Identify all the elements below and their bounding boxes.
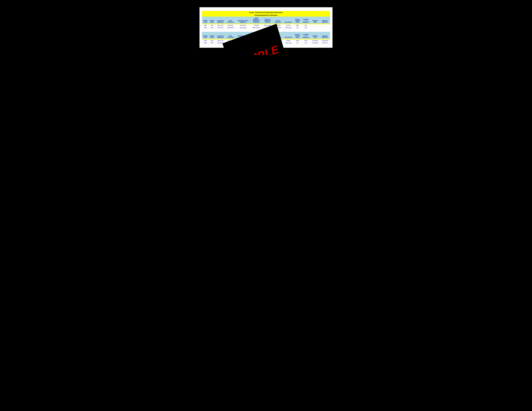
table-cell: Room 212 bbox=[216, 39, 226, 42]
table-cell: $ 275.00 bbox=[320, 42, 330, 44]
table-cell: 6/13/2018 bbox=[311, 39, 320, 42]
s2-col-disposal-price: DisposalSale Price bbox=[320, 32, 330, 39]
table-cell: 8/11/2014 bbox=[226, 24, 236, 27]
table-wrapper: Career, Technical and Agricultural Educa… bbox=[202, 11, 330, 44]
table-cell: CRE Grant bbox=[283, 42, 294, 44]
column-headers: FacilityCode FacilityName Location ofEqu… bbox=[202, 17, 330, 24]
table-cell: RHS bbox=[209, 42, 216, 44]
page: Career, Technical and Agricultural Educa… bbox=[200, 7, 332, 48]
table-cell: RHS bbox=[209, 27, 216, 29]
table-cell bbox=[320, 27, 330, 29]
col-vendor: Source ofEquipment(Vendor) bbox=[262, 17, 273, 24]
s2-col-disposal-date: DisposalDate bbox=[311, 32, 320, 39]
s2-col-facility-name: FacilityName bbox=[209, 32, 216, 39]
s2-col-date: DatePurchased bbox=[226, 32, 236, 39]
table-cell: 0% bbox=[294, 42, 301, 44]
col-serial: SerialNumber orEquipmentID Number bbox=[250, 17, 262, 24]
col-disposal-date: DisposalDate bbox=[311, 17, 320, 24]
table-cell: 2050 bbox=[202, 24, 209, 27]
col-disposal-price: DisposalSale Price bbox=[320, 17, 330, 24]
table-cell: 100% bbox=[294, 39, 301, 42]
s2-col-condition: ConditionofEquipment bbox=[301, 32, 311, 39]
table-cell: RHS bbox=[209, 24, 216, 27]
sample-text: SAMPLE bbox=[232, 43, 281, 55]
col-location: Location ofEquipment bbox=[216, 17, 226, 24]
table-cell: Fair bbox=[301, 42, 311, 44]
title-row-1: Career, Technical and Agricultural Educa… bbox=[202, 11, 330, 14]
col-description: Description of theEquipment bbox=[236, 17, 250, 24]
s2-col-fund: Fund Source bbox=[283, 32, 294, 39]
title-line1: Career, Technical and Agricultural Educa… bbox=[202, 11, 330, 14]
table-cell: Perkins bbox=[283, 24, 294, 27]
col-percent: PercentFederalFunds bbox=[294, 17, 301, 24]
col-cost: Cost ofEquipment bbox=[273, 17, 283, 24]
table-cell: 2050 bbox=[202, 42, 209, 44]
table-cell: Dell Laptop bbox=[236, 27, 250, 29]
table-cell: New bbox=[301, 24, 311, 27]
s2-col-percent: PercentFederalFunds bbox=[294, 32, 301, 39]
col-fund-source: Fund Source bbox=[283, 17, 294, 24]
col-date-purchased: DatePurchased bbox=[226, 17, 236, 24]
table-cell: Good bbox=[301, 39, 311, 42]
s2-col-facility-code: FacilityCode bbox=[202, 32, 209, 39]
col-facility-code: FacilityCode bbox=[202, 17, 209, 24]
table-cell: 6/13/2018 bbox=[311, 42, 320, 44]
table-cell bbox=[320, 24, 330, 27]
table-cell: 100% bbox=[294, 24, 301, 27]
table-cell: 2050 bbox=[202, 39, 209, 42]
table-cell: XY22567 bbox=[250, 24, 262, 27]
col-facility-name: FacilityName bbox=[209, 17, 216, 24]
table-cell: CRE Grant bbox=[283, 27, 294, 29]
table-cell bbox=[311, 24, 320, 27]
table-cell: Perkins bbox=[283, 39, 294, 42]
table-cell: MNC123XYL bbox=[250, 27, 262, 29]
table-cell bbox=[311, 27, 320, 29]
title-line2: Georgia Department of Education bbox=[202, 14, 330, 17]
table-cell: 2050 bbox=[202, 27, 209, 29]
col-condition: ConditionofEquipment bbox=[301, 17, 311, 24]
title-row-2: Georgia Department of Education bbox=[202, 14, 330, 17]
table-cell: New bbox=[301, 27, 311, 29]
table-cell: Transferred bbox=[320, 39, 330, 42]
table-cell: Room 610 bbox=[216, 27, 226, 29]
s2-col-location: Location ofEquipment bbox=[216, 32, 226, 39]
table-cell: Room 212 bbox=[216, 24, 226, 27]
table-row: 2050RHSRoom 2128/11/2014HP PrinterXY2256… bbox=[202, 24, 330, 27]
table-cell: 0% bbox=[294, 27, 301, 29]
table-cell: 10/15/2015 bbox=[226, 27, 236, 29]
table-cell: HP Printer bbox=[236, 24, 250, 27]
table-cell: RHS bbox=[209, 39, 216, 42]
